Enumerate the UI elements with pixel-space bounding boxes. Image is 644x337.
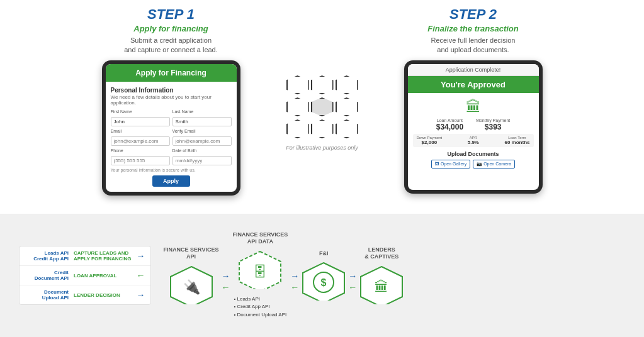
middle-hexagons-area: For illustrative purposes only: [272, 31, 373, 151]
monthly-payment-item: Monthly Payment $393: [476, 118, 510, 131]
api-label-1: Leads APICredit App API: [25, 250, 69, 262]
arrow-right-flow-3: →: [348, 271, 357, 281]
bullet-2: Credit App API: [234, 303, 286, 311]
flow-col-3: F&I $: [302, 250, 346, 301]
flow-diagram: FINANCE SERVICESAPI 🔌 → ← FINANCE SERVIC…: [164, 231, 625, 319]
bullet-3: Document Upload API: [234, 311, 286, 319]
hex-1: [286, 75, 309, 94]
monthly-payment-value: $393: [476, 123, 510, 131]
flow-col-1: FINANCE SERVICESAPI 🔌: [164, 246, 219, 304]
apply-button[interactable]: Apply: [152, 175, 190, 187]
hex-6: [336, 97, 358, 116]
api-row-2: CreditDocument API LOAN APPROVAL ←: [20, 266, 150, 285]
form-header: Apply for Financing: [106, 64, 237, 82]
camera-button[interactable]: 📷 Open Camera: [473, 160, 515, 168]
api-row-3: DocumentUpload API LENDER DECISION →: [20, 285, 150, 304]
arrow-right-1: →: [137, 251, 145, 261]
form-row-email: Email Verify Email: [111, 129, 232, 146]
gallery-button[interactable]: 🖼 Open Gallery: [431, 160, 470, 168]
api-label-2: CreditDocument API: [25, 270, 69, 281]
arrow-left-flow-2: ←: [290, 282, 299, 292]
bullet-1: Leads API: [234, 296, 286, 304]
api-desc-2: LOAN APPROVAL: [74, 273, 132, 279]
tablet2-screen: Application Complete! You're Approved 🏛 …: [408, 64, 539, 190]
down-payment-value: $2,000: [417, 140, 443, 145]
form-row-name: First Name Last Name: [111, 109, 232, 126]
last-name-input[interactable]: [172, 117, 232, 126]
phone-input[interactable]: [111, 156, 170, 165]
step2-desc: Receive full lender decisionand upload d…: [431, 36, 516, 55]
dob-input[interactable]: [172, 156, 232, 165]
bank-icon: 🏛: [413, 98, 534, 116]
svg-text:🗄: 🗄: [253, 264, 267, 280]
hex-4: [286, 97, 309, 116]
first-name-input[interactable]: [111, 117, 170, 126]
arrow-left-flow-3: ←: [348, 282, 357, 292]
phone-field: Phone: [111, 148, 170, 165]
hex-3: [336, 75, 358, 94]
illustration-note: For illustrative purposes only: [286, 145, 358, 151]
approved-body: 🏛 Loan Amount $34,000 Monthly Payment $3…: [408, 93, 539, 174]
api-label-3: DocumentUpload API: [25, 289, 69, 301]
hex-2: [311, 75, 334, 94]
arrow-left-2: ←: [137, 270, 145, 280]
flow-arrow-3: → ←: [348, 271, 357, 292]
step1-desc: Submit a credit applicationand capture o…: [124, 36, 218, 55]
approved-header: Application Complete!: [408, 64, 539, 76]
top-section: STEP 1 Apply for financing Submit a cred…: [0, 0, 644, 214]
apr-value: 5.9%: [468, 140, 479, 145]
step2-title: STEP 2: [449, 6, 497, 23]
flow-arrow-1: → ←: [221, 271, 230, 292]
flow-icon-2: 🗄: [238, 250, 282, 289]
flow-icon-4: 🏛: [359, 265, 404, 304]
flow-label-1: FINANCE SERVICESAPI: [164, 246, 219, 260]
loan-term-item: Loan Term 60 months: [504, 136, 529, 145]
last-name-field: Last Name: [172, 109, 232, 126]
privacy-text: Your personal information is secure with…: [111, 168, 232, 172]
first-name-label: First Name: [111, 109, 170, 114]
arrow-right-flow-2: →: [290, 271, 299, 281]
tablet-step1: Apply for Financing Personal Information…: [102, 60, 240, 196]
flow-label-3: F&I: [319, 250, 329, 257]
flow-col-2: FINANCE SERVICESAPI DATA 🗄 Leads API Cre…: [232, 231, 288, 319]
hex-9: [336, 119, 358, 138]
camera-icon: 📷: [477, 162, 482, 167]
verify-email-input[interactable]: [172, 136, 232, 146]
apr-item: APR 5.9%: [468, 136, 479, 145]
api-desc-3: LENDER DECISION: [74, 292, 132, 298]
email-label: Email: [111, 129, 170, 133]
arrow-right-3: →: [137, 290, 145, 300]
monthly-payment-label: Monthly Payment: [476, 118, 510, 123]
flow-label-4: LENDERS& CAPTIVES: [364, 246, 398, 260]
svg-text:$: $: [321, 277, 327, 288]
loan-amounts: Loan Amount $34,000 Monthly Payment $393: [413, 118, 534, 131]
tablet1-screen: Apply for Financing Personal Information…: [106, 64, 237, 192]
loan-details: Down Payment $2,000 APR 5.9% Loan Term 6…: [413, 134, 534, 147]
down-payment-item: Down Payment $2,000: [417, 136, 443, 145]
last-name-label: Last Name: [172, 109, 232, 114]
step2-subtitle: Finalize the transaction: [427, 24, 518, 33]
arrow-left-flow-1: ←: [221, 282, 230, 292]
first-name-field: First Name: [111, 109, 170, 126]
email-field: Email: [111, 129, 170, 146]
svg-text:🔌: 🔌: [183, 279, 200, 296]
api-table: Leads APICredit App API CAPTURE LEADS AN…: [19, 246, 151, 305]
hex-7: [286, 119, 309, 138]
bottom-section: Leads APICredit App API CAPTURE LEADS AN…: [0, 214, 644, 337]
tablet-step2: Application Complete! You're Approved 🏛 …: [404, 60, 543, 194]
loan-term-label: Loan Term: [504, 136, 529, 140]
flow-icon-3: $: [302, 262, 346, 301]
verify-email-label: Verify Email: [172, 129, 232, 133]
flow-bullets: Leads API Credit App API Document Upload…: [234, 296, 286, 319]
flow-arrow-2: → ←: [290, 271, 299, 292]
api-desc-1: CAPTURE LEADS ANDAPPLY FOR FINANCING: [74, 250, 132, 262]
loan-term-value: 60 months: [504, 140, 529, 145]
flow-col-4: LENDERS& CAPTIVES 🏛: [359, 246, 404, 304]
step1-subtitle: Apply for financing: [133, 24, 208, 33]
email-input[interactable]: [111, 136, 170, 146]
hexagons-grid: [286, 75, 358, 140]
svg-text:🏛: 🏛: [375, 279, 388, 295]
loan-amount-label: Loan Amount: [436, 118, 463, 123]
approved-banner: You're Approved: [408, 76, 539, 93]
hex-8: [311, 119, 334, 138]
